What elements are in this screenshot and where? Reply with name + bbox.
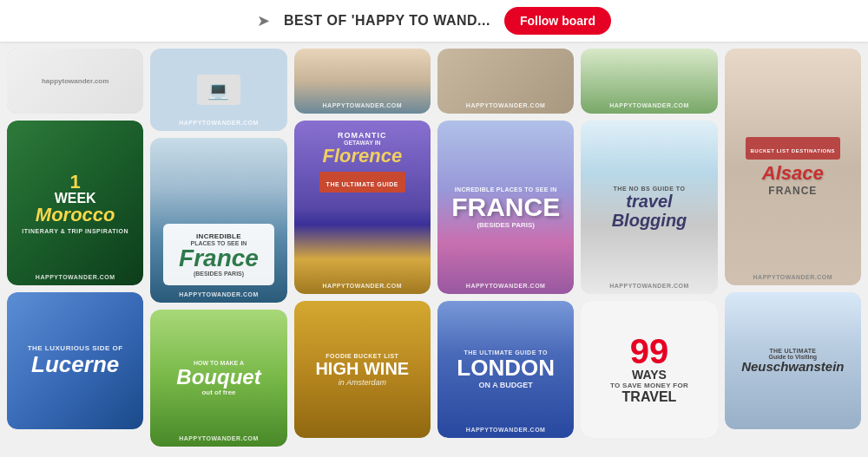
site-label: HAPPYTOWANDER.COM [7,274,143,280]
site-label: HAPPYTOWANDER.COM [150,435,286,441]
site-label: HAPPYTOWANDER.COM [437,102,574,108]
list-item[interactable]: INCREDIBLE PLACES TO SEE IN France (BESI… [150,138,286,303]
site-label: HAPPYTOWANDER.COM [581,283,717,289]
list-item[interactable]: HAPPYTOWANDER.COM [294,49,431,114]
site-label: HAPPYTOWANDER.COM [581,102,717,108]
list-item[interactable]: THE LUXURIOUS SIDE OF Lucerne [7,292,143,429]
pins-grid: happytowander.com 1 WEEK Morocco ITINERA… [0,42,868,457]
list-item[interactable]: THE ULTIMATE GUIDE TO LONDON ON A BUDGET… [437,301,574,438]
list-item[interactable]: HOW TO MAKE A Bouquet out of free HAPPYT… [150,310,286,447]
send-icon[interactable]: ➤ [257,11,270,30]
list-item[interactable]: ROMANTIC GETAWAY IN Florence THE ULTIMAT… [294,121,431,294]
pin-column-2: 💻 HAPPYTOWANDER.COM INCREDIBLE PLACES TO… [150,49,286,450]
site-label: HAPPYTOWANDER.COM [725,274,861,280]
list-item[interactable]: THE NO BS GUIDE TO travelBlogging HAPPYT… [581,121,717,294]
pin-column-4: HAPPYTOWANDER.COM INCREDIBLE PLACES TO S… [437,49,574,450]
list-item[interactable]: HAPPYTOWANDER.COM [581,49,717,114]
site-label: HAPPYTOWANDER.COM [437,427,574,433]
site-label: HAPPYTOWANDER.COM [150,291,286,297]
pin-column-6: BUCKET LIST DESTINATIONS Alsace FRANCE H… [725,49,861,450]
follow-board-button[interactable]: Follow board [504,7,611,35]
top-bar: ➤ BEST OF 'HAPPY TO WAND... Follow board [0,0,868,42]
pin-column-5: HAPPYTOWANDER.COM THE NO BS GUIDE TO tra… [581,49,717,450]
list-item[interactable]: happytowander.com [7,49,143,114]
list-item[interactable]: BUCKET LIST DESTINATIONS Alsace FRANCE H… [725,49,861,285]
site-label: HAPPYTOWANDER.COM [437,283,574,289]
site-label: HAPPYTOWANDER.COM [150,120,286,126]
board-title: BEST OF 'HAPPY TO WAND... [284,13,490,29]
list-item[interactable]: THE ULTIMATE Guide to Visiting Neuschwan… [725,292,861,429]
list-item[interactable]: 💻 HAPPYTOWANDER.COM [150,49,286,131]
list-item[interactable]: 99 WAYS TO SAVE MONEY FOR TRAVEL [581,301,717,438]
list-item[interactable]: FOODIE BUCKET LIST HIGH WINE in Amsterda… [294,301,431,438]
site-label: HAPPYTOWANDER.COM [294,102,431,108]
list-item[interactable]: 1 WEEK Morocco ITINERARY & TRIP INSPIRAT… [7,121,143,285]
list-item[interactable]: HAPPYTOWANDER.COM [437,49,574,114]
pin-column-1: happytowander.com 1 WEEK Morocco ITINERA… [7,49,143,450]
site-label: HAPPYTOWANDER.COM [294,283,431,289]
list-item[interactable]: INCREDIBLE PLACES TO SEE IN FRANCE (BESI… [437,121,574,294]
pin-column-3: HAPPYTOWANDER.COM ROMANTIC GETAWAY IN Fl… [294,49,431,450]
